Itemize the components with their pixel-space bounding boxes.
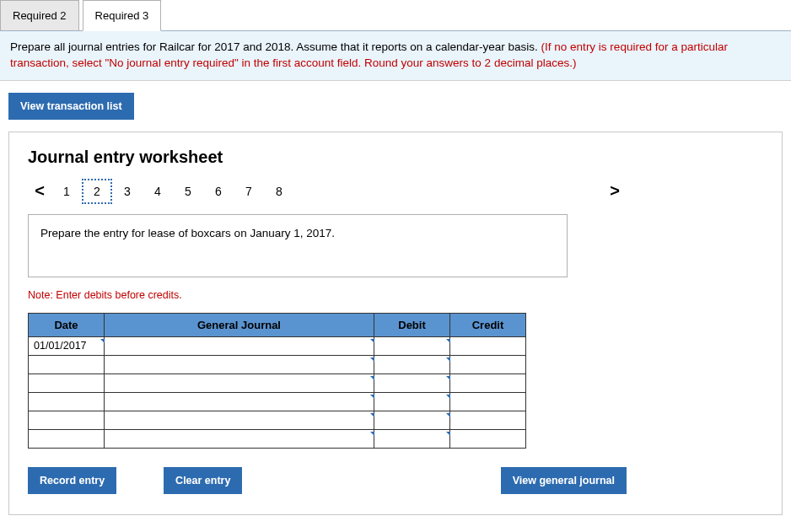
credit-cell[interactable] <box>450 355 526 373</box>
date-cell[interactable] <box>29 411 105 429</box>
debit-cell[interactable] <box>374 392 450 411</box>
entry-pager: < 1 2 3 4 5 6 7 8 > <box>28 179 627 204</box>
worksheet-title: Journal entry worksheet <box>28 148 763 167</box>
account-cell[interactable] <box>105 336 374 355</box>
table-row <box>29 392 526 411</box>
credit-cell[interactable] <box>450 392 526 411</box>
tab-required-3[interactable]: Required 3 <box>83 0 162 31</box>
pager-page-6[interactable]: 6 <box>203 179 234 204</box>
pager-next-icon[interactable]: > <box>603 181 627 201</box>
pager-page-5[interactable]: 5 <box>173 179 203 204</box>
journal-entry-table: Date General Journal Debit Credit 01/01/… <box>28 313 526 449</box>
journal-entry-worksheet-panel: Journal entry worksheet < 1 2 3 4 5 6 7 … <box>8 132 783 515</box>
pager-page-3[interactable]: 3 <box>112 179 143 204</box>
pager-prev-icon[interactable]: < <box>28 181 51 201</box>
account-cell[interactable] <box>105 429 374 448</box>
table-row <box>29 355 526 373</box>
table-row <box>29 429 526 448</box>
pager-page-2[interactable]: 2 <box>82 179 112 204</box>
date-cell[interactable] <box>29 392 105 411</box>
credit-cell[interactable] <box>450 411 526 429</box>
debit-cell[interactable] <box>374 355 450 373</box>
view-transaction-list-button[interactable]: View transaction list <box>8 93 134 120</box>
debit-cell[interactable] <box>374 429 450 448</box>
view-general-journal-button[interactable]: View general journal <box>501 467 627 494</box>
credit-cell[interactable] <box>450 336 526 355</box>
entry-description-box: Prepare the entry for lease of boxcars o… <box>28 214 568 277</box>
credit-cell[interactable] <box>450 373 526 392</box>
debit-cell[interactable] <box>374 373 450 392</box>
col-header-debit: Debit <box>374 313 450 336</box>
date-cell[interactable] <box>29 429 105 448</box>
debit-cell[interactable] <box>374 411 450 429</box>
requirement-tabs: Required 2 Required 3 <box>0 0 791 31</box>
table-row <box>29 373 526 392</box>
tab-required-2[interactable]: Required 2 <box>0 0 79 30</box>
account-cell[interactable] <box>105 392 374 411</box>
clear-entry-button[interactable]: Clear entry <box>164 467 242 494</box>
account-cell[interactable] <box>105 373 374 392</box>
col-header-credit: Credit <box>450 313 526 336</box>
account-cell[interactable] <box>105 411 374 429</box>
action-buttons-row: Record entry Clear entry View general jo… <box>28 467 627 494</box>
pager-page-1[interactable]: 1 <box>51 179 82 204</box>
table-row: 01/01/2017 <box>29 336 526 355</box>
pager-page-4[interactable]: 4 <box>143 179 173 204</box>
record-entry-button[interactable]: Record entry <box>28 467 116 494</box>
account-cell[interactable] <box>105 355 374 373</box>
instruction-banner: Prepare all journal entries for Railcar … <box>0 31 791 81</box>
table-row <box>29 411 526 429</box>
pager-page-7[interactable]: 7 <box>234 179 264 204</box>
instruction-main: Prepare all journal entries for Railcar … <box>10 40 541 53</box>
date-cell[interactable] <box>29 355 105 373</box>
date-cell[interactable]: 01/01/2017 <box>29 336 105 355</box>
debits-before-credits-note: Note: Enter debits before credits. <box>28 289 763 301</box>
col-header-general-journal: General Journal <box>105 313 374 336</box>
col-header-date: Date <box>29 313 105 336</box>
credit-cell[interactable] <box>450 429 526 448</box>
debit-cell[interactable] <box>374 336 450 355</box>
date-cell[interactable] <box>29 373 105 392</box>
pager-page-8[interactable]: 8 <box>264 179 294 204</box>
